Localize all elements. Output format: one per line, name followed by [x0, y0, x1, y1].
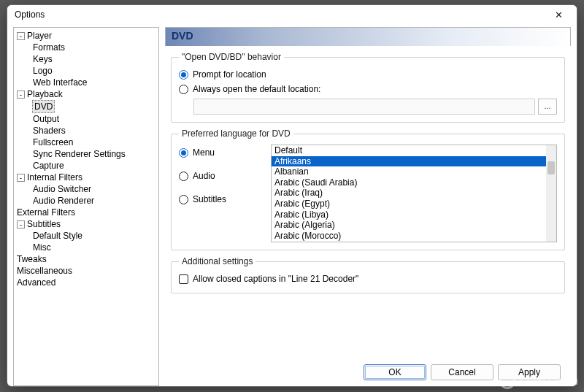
tree-item-web-interface[interactable]: Web Interface	[31, 77, 155, 88]
tree-item-audio-renderer[interactable]: Audio Renderer	[31, 195, 155, 207]
open-behavior-group: "Open DVD/BD" behavior Prompt for locati…	[171, 52, 565, 123]
tree-label[interactable]: Logo	[33, 65, 53, 77]
tree-item-logo[interactable]: Logo	[31, 65, 155, 77]
collapse-icon[interactable]: -	[17, 174, 25, 182]
language-item[interactable]: Arabic (Saudi Arabia)	[272, 177, 546, 188]
language-item[interactable]: Arabic (Libya)	[272, 210, 546, 220]
tree-item-miscellaneous[interactable]: Miscellaneous	[15, 265, 157, 277]
default-location-input[interactable]	[193, 99, 535, 115]
tree-item-formats[interactable]: Formats	[31, 42, 155, 53]
close-button[interactable]: ✕	[548, 7, 569, 23]
tree-item-subtitles[interactable]: -SubtitlesDefault StyleMisc	[15, 218, 157, 253]
tree-label[interactable]: Keys	[33, 53, 53, 65]
radio-audio-label[interactable]: Audio	[193, 171, 215, 181]
radio-prompt-row[interactable]: Prompt for location	[179, 69, 557, 80]
closed-captions-checkbox[interactable]	[179, 274, 188, 284]
cancel-button[interactable]: Cancel	[431, 364, 493, 380]
tree-item-sync-renderer-settings[interactable]: Sync Renderer Settings	[31, 148, 155, 160]
content-pane: DVD "Open DVD/BD" behavior Prompt for lo…	[165, 27, 571, 386]
language-list[interactable]: DefaultAfrikaansAlbanianArabic (Saudi Ar…	[272, 145, 546, 242]
tree-item-playback[interactable]: -PlaybackDVDOutputShadersFullscreenSync …	[15, 88, 157, 172]
options-dialog: Options ✕ -PlayerFormatsKeysLogoWeb Inte…	[7, 4, 577, 387]
tree-item-tweaks[interactable]: Tweaks	[15, 253, 157, 265]
tree-label[interactable]: Sync Renderer Settings	[33, 148, 126, 160]
open-behavior-legend: "Open DVD/BD" behavior	[179, 52, 284, 62]
tree-label[interactable]: Misc	[33, 242, 51, 253]
radio-menu-label[interactable]: Menu	[193, 147, 215, 158]
close-icon: ✕	[555, 9, 563, 20]
collapse-icon[interactable]: -	[17, 91, 25, 99]
tree-label[interactable]: Shaders	[33, 125, 66, 137]
tree-item-keys[interactable]: Keys	[31, 53, 155, 65]
radio-audio-row[interactable]: Audio	[179, 171, 259, 181]
sidebar-tree[interactable]: -PlayerFormatsKeysLogoWeb Interface-Play…	[13, 27, 159, 386]
tree-label[interactable]: Output	[33, 113, 59, 125]
closed-captions-row[interactable]: Allow closed captions in "Line 21 Decode…	[179, 274, 557, 284]
additional-settings-group: Additional settings Allow closed caption…	[171, 256, 565, 293]
language-item[interactable]: Default	[272, 145, 546, 156]
language-item[interactable]: Arabic (Egypt)	[272, 199, 546, 210]
browse-button[interactable]: ...	[538, 99, 557, 115]
tree-label[interactable]: DVD	[32, 100, 55, 113]
radio-always-label[interactable]: Always open the default location:	[193, 84, 320, 94]
page-title: DVD	[172, 30, 193, 42]
dialog-footer: OK Cancel Apply	[165, 358, 571, 386]
page-header: DVD	[165, 27, 571, 46]
language-item[interactable]: Afrikaans	[272, 156, 546, 167]
tree-label[interactable]: Playback	[27, 88, 63, 100]
tree-label[interactable]: Tweaks	[17, 253, 47, 265]
radio-subtitles[interactable]	[179, 195, 188, 204]
settings-panel: "Open DVD/BD" behavior Prompt for locati…	[165, 46, 571, 358]
radio-menu[interactable]	[179, 148, 188, 158]
tree-item-output[interactable]: Output	[31, 113, 155, 125]
collapse-icon[interactable]: -	[17, 220, 25, 228]
tree-label[interactable]: Miscellaneous	[17, 265, 72, 277]
radio-subtitles-row[interactable]: Subtitles	[179, 194, 259, 204]
tree-label[interactable]: Fullscreen	[33, 137, 73, 148]
radio-prompt-label[interactable]: Prompt for location	[193, 69, 266, 80]
preferred-language-group: Preferred language for DVD Menu Audio	[171, 128, 565, 250]
tree-item-capture[interactable]: Capture	[31, 160, 155, 172]
additional-settings-legend: Additional settings	[179, 256, 256, 266]
tree-item-advanced[interactable]: Advanced	[15, 277, 157, 288]
radio-always-row[interactable]: Always open the default location:	[179, 84, 557, 94]
radio-prompt[interactable]	[179, 70, 188, 80]
tree-label[interactable]: Capture	[33, 160, 64, 172]
tree-label[interactable]: Player	[27, 30, 52, 42]
tree-item-dvd[interactable]: DVD	[31, 100, 155, 113]
radio-subtitles-label[interactable]: Subtitles	[193, 194, 226, 204]
tree-item-shaders[interactable]: Shaders	[31, 125, 155, 137]
tree-label[interactable]: Formats	[33, 42, 65, 53]
tree-label[interactable]: Advanced	[17, 277, 55, 288]
closed-captions-label[interactable]: Allow closed captions in "Line 21 Decode…	[193, 274, 358, 284]
language-item[interactable]: Arabic (Iraq)	[272, 188, 546, 199]
tree-item-player[interactable]: -PlayerFormatsKeysLogoWeb Interface	[15, 30, 157, 88]
language-item[interactable]: Albanian	[272, 166, 546, 177]
tree-label[interactable]: Audio Renderer	[33, 195, 94, 207]
preferred-language-legend: Preferred language for DVD	[179, 128, 293, 139]
tree-item-internal-filters[interactable]: -Internal FiltersAudio SwitcherAudio Ren…	[15, 172, 157, 207]
language-item[interactable]: Arabic (Morocco)	[272, 231, 546, 242]
language-scrollbar[interactable]	[546, 145, 556, 242]
apply-button[interactable]: Apply	[498, 364, 561, 380]
tree-item-fullscreen[interactable]: Fullscreen	[31, 137, 155, 148]
tree-label[interactable]: Web Interface	[33, 77, 87, 88]
radio-audio[interactable]	[179, 172, 188, 181]
preferred-language-body: Menu Audio Subtitles	[179, 145, 557, 242]
radio-menu-row[interactable]: Menu	[179, 147, 259, 158]
window-title: Options	[15, 9, 45, 20]
tree-label[interactable]: Subtitles	[27, 218, 61, 230]
language-item[interactable]: Arabic (Algeria)	[272, 220, 546, 231]
radio-always[interactable]	[179, 85, 188, 94]
tree-item-audio-switcher[interactable]: Audio Switcher	[31, 183, 155, 195]
tree-item-external-filters[interactable]: External Filters	[15, 207, 157, 218]
scrollbar-thumb[interactable]	[548, 161, 555, 174]
tree-label[interactable]: Internal Filters	[27, 172, 82, 183]
tree-item-misc[interactable]: Misc	[31, 242, 155, 253]
tree-label[interactable]: Audio Switcher	[33, 183, 91, 195]
tree-item-default-style[interactable]: Default Style	[31, 230, 155, 242]
ok-button[interactable]: OK	[364, 364, 426, 380]
collapse-icon[interactable]: -	[17, 32, 25, 40]
tree-label[interactable]: External Filters	[17, 207, 75, 218]
tree-label[interactable]: Default Style	[33, 230, 82, 242]
